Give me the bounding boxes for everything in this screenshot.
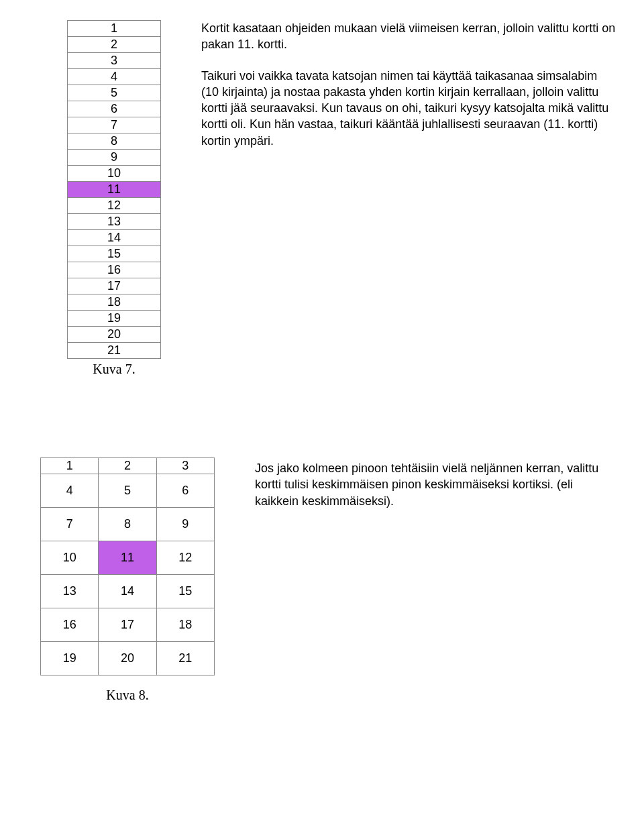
table-cell: 14 (68, 230, 161, 246)
table-cell: 7 (41, 508, 99, 541)
paragraph: Jos jako kolmeen pinoon tehtäisiin vielä… (255, 460, 617, 509)
table-cell: 14 (99, 575, 156, 608)
top-section: 1 2 3 4 5 6 7 8 9 10 11 12 13 14 15 16 1… (27, 20, 617, 377)
table-cell: 6 (156, 474, 214, 508)
table-cell: 12 (68, 198, 161, 214)
table-cell: 2 (68, 37, 161, 53)
table-cell: 9 (156, 508, 214, 541)
table-cell: 19 (41, 642, 99, 675)
table-cell: 13 (41, 575, 99, 608)
table-cell: 15 (156, 575, 214, 608)
figure-7-table: 1 2 3 4 5 6 7 8 9 10 11 12 13 14 15 16 1… (67, 20, 161, 359)
table-cell: 17 (68, 278, 161, 294)
table-cell: 10 (41, 541, 99, 575)
bottom-section: 1 2 3 4 5 6 7 8 9 10 11 12 13 14 (27, 457, 617, 703)
table-cell: 18 (156, 608, 214, 642)
table-cell: 7 (68, 117, 161, 133)
table-cell: 12 (156, 541, 214, 575)
table-cell: 3 (156, 458, 214, 474)
table-cell: 21 (68, 343, 161, 359)
text-block-1: Kortit kasataan ohjeiden mukaan vielä vi… (201, 20, 617, 164)
figure-8-table: 1 2 3 4 5 6 7 8 9 10 11 12 13 14 (40, 457, 215, 675)
table-cell: 19 (68, 311, 161, 327)
figure-7-wrap: 1 2 3 4 5 6 7 8 9 10 11 12 13 14 15 16 1… (67, 20, 161, 377)
figure-8-caption: Kuva 8. (40, 688, 215, 703)
table-cell: 17 (99, 608, 156, 642)
table-cell: 16 (68, 262, 161, 278)
table-cell-highlight: 11 (68, 182, 161, 198)
table-cell: 21 (156, 642, 214, 675)
paragraph: Kortit kasataan ohjeiden mukaan vielä vi… (201, 20, 617, 53)
table-cell: 20 (99, 642, 156, 675)
table-cell: 10 (68, 166, 161, 182)
table-cell: 4 (41, 474, 99, 508)
table-cell: 9 (68, 150, 161, 166)
table-cell: 2 (99, 458, 156, 474)
table-cell: 8 (68, 133, 161, 150)
table-cell: 1 (41, 458, 99, 474)
figure-7-caption: Kuva 7. (67, 362, 161, 377)
table-cell: 15 (68, 246, 161, 262)
table-cell: 20 (68, 327, 161, 343)
paragraph: Taikuri voi vaikka tavata katsojan nimen… (201, 68, 617, 149)
table-cell: 16 (41, 608, 99, 642)
figure-8-wrap: 1 2 3 4 5 6 7 8 9 10 11 12 13 14 (40, 457, 215, 703)
table-cell: 3 (68, 53, 161, 69)
table-cell: 5 (68, 85, 161, 101)
table-cell: 5 (99, 474, 156, 508)
table-cell-highlight: 11 (99, 541, 156, 575)
table-cell: 1 (68, 21, 161, 37)
table-cell: 13 (68, 214, 161, 230)
text-block-2: Jos jako kolmeen pinoon tehtäisiin vielä… (255, 460, 617, 524)
table-cell: 6 (68, 101, 161, 117)
table-cell: 4 (68, 69, 161, 85)
table-cell: 8 (99, 508, 156, 541)
table-cell: 18 (68, 294, 161, 311)
